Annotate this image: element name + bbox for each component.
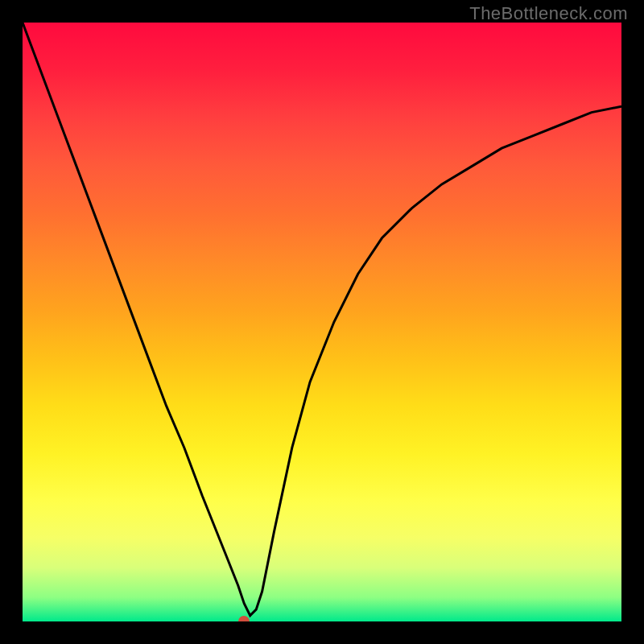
minimum-marker-dot xyxy=(238,616,250,621)
curve-svg xyxy=(23,23,621,621)
watermark-text: TheBottleneck.com xyxy=(469,3,628,24)
plot-area xyxy=(23,23,621,621)
chart-container: TheBottleneck.com xyxy=(0,0,644,644)
bottleneck-curve xyxy=(23,23,621,616)
